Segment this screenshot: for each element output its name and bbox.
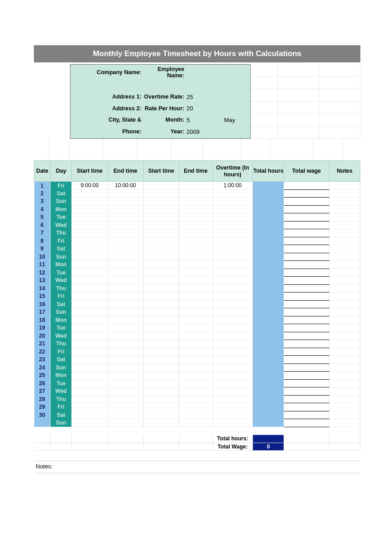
start1-cell[interactable] (72, 221, 107, 229)
overtime-cell[interactable] (212, 332, 253, 340)
overtime-cell[interactable] (212, 229, 253, 237)
end2-cell[interactable] (179, 403, 212, 411)
year-value[interactable]: 2009 (186, 126, 208, 137)
start2-cell[interactable] (143, 205, 179, 213)
notes-cell[interactable] (329, 221, 360, 229)
overtime-cell[interactable] (212, 356, 253, 364)
start1-cell[interactable] (72, 261, 107, 269)
end2-cell[interactable] (179, 221, 212, 229)
start1-cell[interactable] (72, 395, 107, 403)
overtime-cell[interactable] (212, 205, 253, 213)
end1-cell[interactable]: 10:00:00 (107, 182, 143, 190)
end1-cell[interactable] (107, 221, 143, 229)
month-num[interactable]: 5 (186, 114, 208, 126)
end2-cell[interactable] (179, 372, 212, 380)
end2-cell[interactable] (179, 293, 212, 301)
start1-cell[interactable] (72, 237, 107, 245)
start1-cell[interactable] (72, 245, 107, 253)
end1-cell[interactable] (107, 395, 143, 403)
overtime-cell[interactable] (212, 395, 253, 403)
overtime-cell[interactable] (212, 253, 253, 261)
start1-cell[interactable] (72, 229, 107, 237)
end1-cell[interactable] (107, 356, 143, 364)
end2-cell[interactable] (179, 237, 212, 245)
end2-cell[interactable] (179, 324, 212, 332)
end1-cell[interactable] (107, 284, 143, 293)
notes-cell[interactable] (329, 379, 360, 387)
start1-cell[interactable] (72, 379, 107, 387)
start2-cell[interactable] (143, 419, 179, 427)
notes-cell[interactable] (329, 332, 360, 340)
end2-cell[interactable] (179, 395, 212, 403)
start1-cell[interactable] (72, 356, 107, 364)
notes-cell[interactable] (329, 198, 360, 206)
start2-cell[interactable] (143, 372, 179, 380)
overtime-cell[interactable] (212, 221, 253, 229)
notes-cell[interactable] (329, 237, 360, 245)
end1-cell[interactable] (107, 379, 143, 387)
notes-cell[interactable] (329, 324, 360, 332)
notes-cell[interactable] (329, 293, 360, 301)
end1-cell[interactable] (107, 213, 143, 222)
overtime-cell[interactable] (212, 324, 253, 332)
overtime-cell[interactable] (212, 189, 253, 198)
end1-cell[interactable] (107, 419, 143, 427)
end2-cell[interactable] (179, 277, 212, 285)
start1-cell[interactable] (72, 363, 107, 372)
start2-cell[interactable] (143, 363, 179, 372)
start1-cell[interactable]: 9:00:00 (72, 182, 107, 190)
end2-cell[interactable] (179, 340, 212, 348)
end1-cell[interactable] (107, 205, 143, 213)
overtime-cell[interactable] (212, 237, 253, 245)
end2-cell[interactable] (179, 308, 212, 316)
notes-cell[interactable] (329, 189, 360, 198)
start2-cell[interactable] (143, 198, 179, 206)
overtime-cell[interactable] (212, 379, 253, 387)
notes-cell[interactable] (329, 419, 360, 427)
start2-cell[interactable] (143, 324, 179, 332)
overtime-cell[interactable] (212, 300, 253, 308)
end2-cell[interactable] (179, 356, 212, 364)
end2-cell[interactable] (179, 300, 212, 308)
end1-cell[interactable] (107, 316, 143, 324)
start2-cell[interactable] (143, 237, 179, 245)
overtime-cell[interactable] (212, 372, 253, 380)
start2-cell[interactable] (143, 229, 179, 237)
overtime-cell[interactable] (212, 269, 253, 277)
overtime-cell[interactable] (212, 411, 253, 419)
rate-hour-value[interactable]: 20 (186, 103, 208, 114)
overtime-cell[interactable] (212, 277, 253, 285)
start1-cell[interactable] (72, 340, 107, 348)
employee-value[interactable] (186, 66, 251, 80)
end2-cell[interactable] (179, 229, 212, 237)
overtime-cell[interactable] (212, 198, 253, 206)
start2-cell[interactable] (143, 403, 179, 411)
end1-cell[interactable] (107, 261, 143, 269)
notes-cell[interactable] (329, 363, 360, 372)
start1-cell[interactable] (72, 300, 107, 308)
overtime-cell[interactable] (212, 419, 253, 427)
end1-cell[interactable] (107, 363, 143, 372)
start2-cell[interactable] (143, 316, 179, 324)
end2-cell[interactable] (179, 253, 212, 261)
overtime-cell[interactable] (212, 363, 253, 372)
end2-cell[interactable] (179, 411, 212, 419)
notes-cell[interactable] (329, 372, 360, 380)
end2-cell[interactable] (179, 316, 212, 324)
start2-cell[interactable] (143, 245, 179, 253)
start2-cell[interactable] (143, 411, 179, 419)
start2-cell[interactable] (143, 189, 179, 198)
start1-cell[interactable] (72, 269, 107, 277)
start1-cell[interactable] (72, 205, 107, 213)
overtime-cell[interactable] (212, 261, 253, 269)
start1-cell[interactable] (72, 419, 107, 427)
end2-cell[interactable] (179, 213, 212, 222)
start1-cell[interactable] (72, 387, 107, 396)
start2-cell[interactable] (143, 308, 179, 316)
end1-cell[interactable] (107, 245, 143, 253)
overtime-cell[interactable] (212, 245, 253, 253)
end1-cell[interactable] (107, 308, 143, 316)
overtime-cell[interactable] (212, 284, 253, 293)
overtime-cell[interactable] (212, 348, 253, 356)
start1-cell[interactable] (72, 284, 107, 293)
